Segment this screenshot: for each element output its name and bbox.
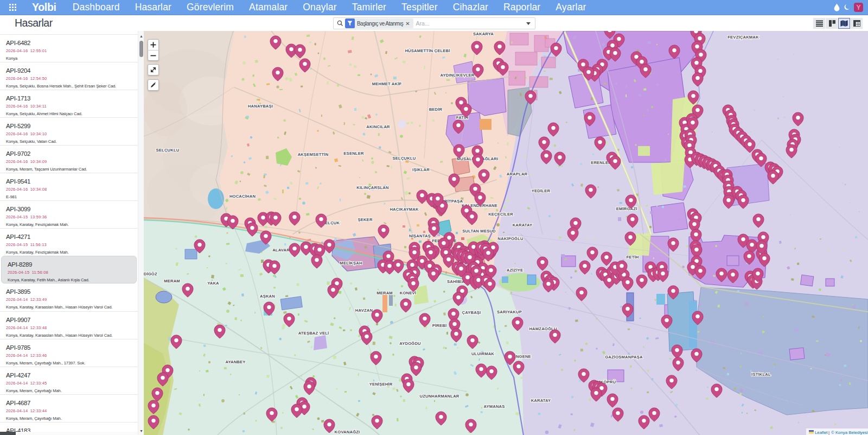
svg-text:MEHMET AKİF: MEHMET AKİF: [372, 81, 402, 86]
svg-text:AZİZİYE: AZİZİYE: [507, 268, 524, 273]
svg-text:YEDİGÖZ: YEDİGÖZ: [144, 272, 157, 276]
svg-text:FETİH: FETİH: [627, 255, 639, 260]
svg-text:AYDINLIKEVLER: AYDINLIKEVLER: [440, 73, 474, 78]
svg-text:UZUNHARMANLAR: UZUNHARMANLAR: [419, 394, 459, 399]
svg-text:AYANBEY: AYANBEY: [225, 360, 245, 364]
svg-text:AKŞEMSETTİN: AKŞEMSETTİN: [298, 152, 329, 157]
svg-text:AYMANAS: AYMANAS: [483, 404, 505, 409]
svg-text:İSTİKLAL: İSTİKLAL: [751, 372, 771, 377]
svg-text:PİREBİ: PİREBİ: [432, 323, 447, 328]
svg-text:ŞEKER: ŞEKER: [358, 217, 372, 222]
svg-text:SELÇUKLU: SELÇUKLU: [393, 156, 416, 161]
svg-text:YENİŞEHİR: YENİŞEHİR: [369, 382, 393, 387]
svg-text:SARIYAKUP: SARIYAKUP: [497, 310, 522, 314]
svg-text:HAVZAN: HAVZAN: [355, 308, 373, 313]
svg-text:FEVZİÇAKMAK: FEVZİÇAKMAK: [727, 35, 759, 40]
svg-text:NİŞANTAŞ: NİŞANTAŞ: [409, 234, 431, 238]
svg-text:KEÇECİLER: KEÇECİLER: [488, 212, 513, 217]
svg-text:AŞKAN: AŞKAN: [260, 294, 275, 299]
svg-text:ATEŞBAZ VELİ: ATEŞBAZ VELİ: [298, 331, 329, 336]
svg-text:KILINÇARSLAN: KILINÇARSLAN: [356, 185, 388, 190]
svg-text:KOVANAĞZI: KOVANAĞZI: [335, 430, 360, 434]
svg-text:SAKARYA: SAKARYA: [473, 31, 494, 36]
svg-text:Leaflet: Leaflet: [815, 430, 828, 435]
svg-text:AYDOĞDU: AYDOĞDU: [399, 341, 421, 346]
svg-text:GAZİOSMANPAŞA: GAZİOSMANPAŞA: [605, 355, 643, 360]
svg-text:EMİRGAZİ: EMİRGAZİ: [616, 206, 637, 211]
svg-text:NAKİPOĞLU: NAKİPOĞLU: [497, 236, 524, 241]
svg-text:ESENLER: ESENLER: [343, 151, 364, 156]
svg-text:© Konya Belediyesi: © Konya Belediyesi: [831, 430, 868, 435]
svg-text:HOCACİHAN: HOCACİHAN: [229, 194, 256, 199]
svg-text:YEDİLER: YEDİLER: [532, 188, 551, 193]
svg-text:KARATAY: KARATAY: [513, 223, 533, 228]
svg-text:AKINCILAR: AKINCILAR: [366, 124, 390, 129]
svg-text:SELÇUKLU: SELÇUKLU: [156, 148, 180, 153]
svg-text:KARATAY: KARATAY: [531, 398, 551, 403]
svg-text:IŞIKLAR: IŞIKLAR: [412, 167, 430, 172]
svg-text:ULUIRMAK: ULUIRMAK: [471, 351, 494, 356]
svg-text:|: |: [828, 430, 829, 435]
svg-text:HÜSAMETTİN ÇELEBİ: HÜSAMETTİN ÇELEBİ: [405, 48, 450, 53]
svg-text:BEDİR: BEDİR: [429, 107, 443, 112]
svg-text:HANAYBAŞI: HANAYBAŞI: [248, 104, 273, 109]
svg-text:MERAM: MERAM: [164, 279, 180, 283]
svg-text:YAKA: YAKA: [207, 281, 219, 286]
svg-text:MELİKŞAH: MELİKŞAH: [340, 261, 362, 266]
svg-text:ARAPLAR: ARAPLAR: [507, 172, 528, 176]
svg-text:HACIKAYMAK: HACIKAYMAK: [390, 207, 419, 212]
svg-text:ÇAYBAŞI: ÇAYBAŞI: [462, 310, 481, 315]
svg-text:SULTAN MESUD: SULTAN MESUD: [462, 229, 496, 234]
svg-text:MERAM: MERAM: [376, 291, 393, 295]
